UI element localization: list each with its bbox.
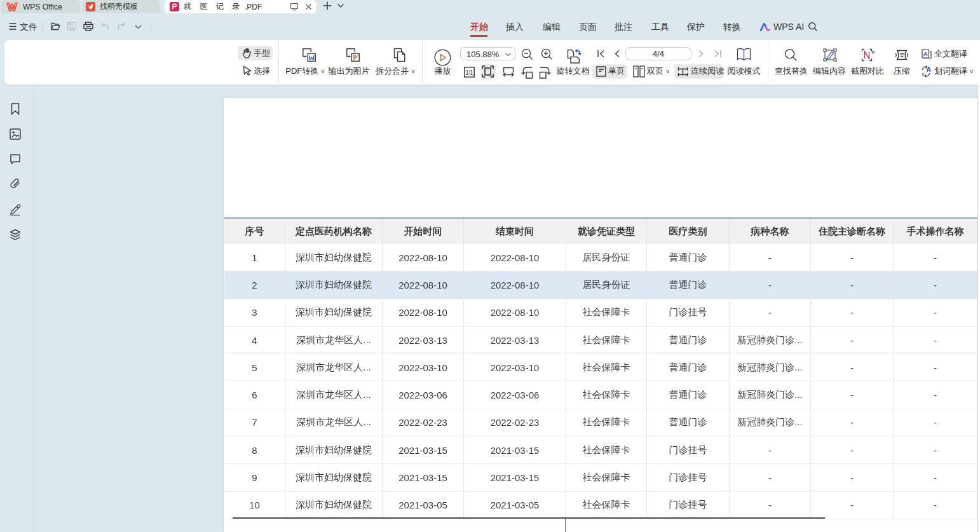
- svg-text:x: x: [922, 71, 925, 78]
- svg-text:A: A: [926, 66, 930, 73]
- svg-text:1: 1: [470, 69, 473, 76]
- svg-text:1: 1: [465, 69, 469, 76]
- svg-text:A: A: [923, 50, 928, 57]
